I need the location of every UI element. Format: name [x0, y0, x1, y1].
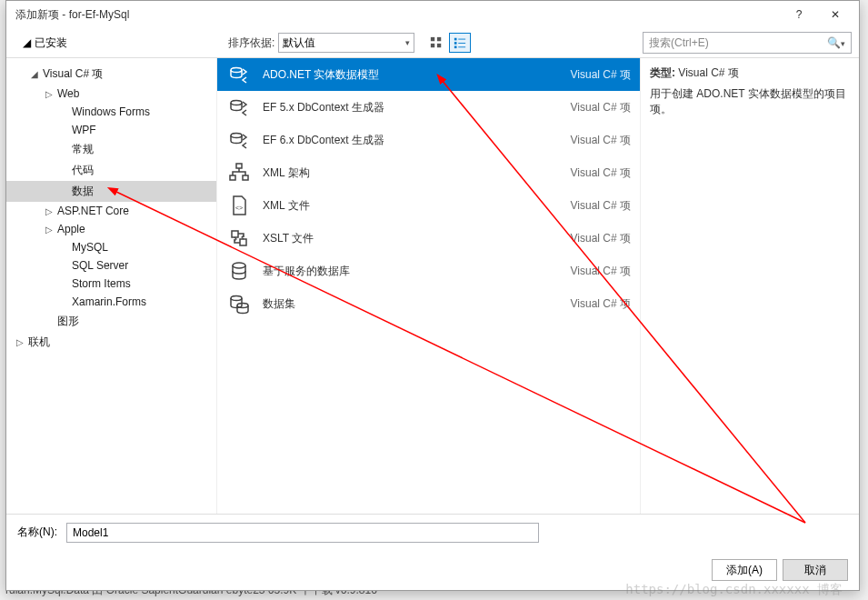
svg-rect-14 — [230, 175, 235, 180]
svg-rect-2 — [431, 44, 434, 47]
tree-item-label: Web — [57, 87, 79, 100]
xml-file-icon: <> — [226, 193, 252, 218]
tree-item-常规[interactable]: 常规 — [6, 139, 216, 160]
tree-item-SQL Server[interactable]: SQL Server — [6, 256, 216, 275]
tree-item-Web[interactable]: ▷Web — [6, 85, 216, 103]
template-row[interactable]: ADO.NET 实体数据模型Visual C# 项 — [217, 58, 640, 91]
svg-text:<>: <> — [235, 205, 243, 211]
template-type: Visual C# 项 — [571, 296, 631, 312]
tree-item-WPF[interactable]: WPF — [6, 121, 216, 139]
tree-item-Xamarin.Forms[interactable]: Xamarin.Forms — [6, 293, 216, 311]
category-tree: ◢Visual C# 项▷WebWindows FormsWPF常规代码数据▷A… — [6, 58, 217, 514]
tree-item-label: Apple — [57, 223, 85, 235]
tree-item-Windows Forms[interactable]: Windows Forms — [6, 103, 216, 121]
svg-rect-0 — [431, 37, 434, 41]
template-type: Visual C# 项 — [571, 198, 631, 214]
tree-item-数据[interactable]: 数据 — [6, 181, 216, 202]
svg-rect-1 — [437, 37, 441, 41]
view-small-icons-button[interactable] — [449, 33, 471, 53]
svg-point-19 — [237, 304, 248, 308]
svg-rect-8 — [454, 46, 457, 49]
name-label: 名称(N): — [17, 525, 57, 540]
svg-rect-13 — [236, 164, 242, 168]
template-row[interactable]: <>XML 文件Visual C# 项 — [217, 189, 640, 222]
svg-rect-5 — [459, 39, 466, 40]
tree-item-label: Storm Items — [72, 277, 131, 290]
svg-rect-9 — [459, 46, 466, 47]
name-input[interactable] — [66, 523, 539, 543]
tree-item-Visual C# 项[interactable]: ◢Visual C# 项 — [6, 64, 216, 85]
tree-item-label: 数据 — [72, 184, 94, 199]
grid-icon — [430, 36, 443, 49]
tree-item-label: MySQL — [72, 241, 108, 254]
tree-item-ASP.NET Core[interactable]: ▷ASP.NET Core — [6, 202, 216, 220]
template-type: Visual C# 项 — [571, 231, 631, 246]
db-set-icon — [226, 291, 252, 316]
list-icon — [454, 36, 466, 49]
tree-item-MySQL[interactable]: MySQL — [6, 238, 216, 256]
info-description: 用于创建 ADO.NET 实体数据模型的项目项。 — [650, 86, 850, 117]
template-label: XML 架构 — [263, 165, 560, 181]
view-medium-icons-button[interactable] — [425, 33, 447, 53]
svg-rect-4 — [454, 38, 457, 41]
template-type: Visual C# 项 — [571, 100, 631, 115]
svg-point-18 — [231, 296, 242, 301]
template-label: ADO.NET 实体数据模型 — [263, 67, 560, 83]
info-type: 类型: Visual C# 项 — [650, 65, 850, 81]
tree-item-联机[interactable]: ▷联机 — [6, 332, 216, 353]
template-type: Visual C# 项 — [571, 67, 631, 83]
tree-item-label: SQL Server — [72, 259, 128, 272]
db-icon — [226, 258, 252, 284]
template-type: Visual C# 项 — [571, 165, 631, 181]
xslt-icon — [226, 225, 252, 251]
db-arrows-icon — [226, 127, 252, 153]
tree-item-图形[interactable]: 图形 — [6, 311, 216, 332]
db-arrows-icon — [226, 62, 252, 87]
template-row[interactable]: 基于服务的数据库Visual C# 项 — [217, 255, 640, 287]
svg-point-12 — [231, 134, 242, 138]
chevron-down-icon: ▾ — [405, 38, 410, 47]
tree-item-Storm Items[interactable]: Storm Items — [6, 275, 216, 293]
search-icon: 🔍▾ — [827, 36, 845, 49]
template-label: XML 文件 — [263, 198, 560, 214]
tree-item-label: Xamarin.Forms — [72, 295, 146, 308]
sort-area: 排序依据: 默认值 ▾ — [228, 33, 471, 53]
name-bar: 名称(N): — [6, 514, 859, 550]
svg-rect-3 — [437, 44, 441, 47]
svg-point-11 — [231, 101, 242, 105]
info-pane: 类型: Visual C# 项 用于创建 ADO.NET 实体数据模型的项目项。 — [641, 58, 859, 514]
add-new-item-dialog: 添加新项 - for-Ef-MySql ? ✕ ◢ 已安装 排序依据: 默认值 … — [5, 0, 860, 591]
sort-label: 排序依据: — [228, 35, 274, 51]
template-label: 数据集 — [263, 296, 560, 312]
search-input[interactable]: 搜索(Ctrl+E) 🔍▾ — [643, 32, 852, 54]
template-row[interactable]: EF 5.x DbContext 生成器Visual C# 项 — [217, 91, 640, 124]
sort-combo[interactable]: 默认值 ▾ — [278, 33, 414, 53]
titlebar: 添加新项 - for-Ef-MySql ? ✕ — [6, 1, 859, 28]
template-row[interactable]: XML 架构Visual C# 项 — [217, 156, 640, 189]
watermark: https://blog.csdn.xxxxxx 博客 — [625, 582, 843, 598]
close-button[interactable]: ✕ — [817, 2, 853, 27]
tree-item-Apple[interactable]: ▷Apple — [6, 220, 216, 238]
template-list: ADO.NET 实体数据模型Visual C# 项EF 5.x DbContex… — [217, 58, 640, 514]
add-button[interactable]: 添加(A) — [712, 559, 777, 581]
template-row[interactable]: XSLT 文件Visual C# 项 — [217, 222, 640, 255]
tree-item-label: 图形 — [57, 314, 79, 329]
template-row[interactable]: 数据集Visual C# 项 — [217, 287, 640, 320]
tree-item-label: WPF — [72, 124, 96, 136]
tree-item-label: Windows Forms — [72, 105, 150, 118]
cancel-button[interactable]: 取消 — [783, 559, 848, 581]
tree-item-代码[interactable]: 代码 — [6, 160, 216, 181]
svg-rect-6 — [454, 42, 457, 45]
svg-point-10 — [231, 68, 242, 73]
help-button[interactable]: ? — [781, 2, 817, 27]
tree-header[interactable]: ◢ 已安装 — [14, 35, 221, 51]
template-label: 基于服务的数据库 — [263, 264, 560, 279]
template-type: Visual C# 项 — [571, 133, 631, 148]
svg-point-17 — [233, 263, 245, 268]
db-arrows-icon — [226, 95, 252, 120]
template-label: EF 5.x DbContext 生成器 — [263, 100, 560, 115]
template-type: Visual C# 项 — [571, 264, 631, 279]
template-label: EF 6.x DbContext 生成器 — [263, 133, 560, 148]
template-label: XSLT 文件 — [263, 231, 560, 246]
template-row[interactable]: EF 6.x DbContext 生成器Visual C# 项 — [217, 124, 640, 156]
